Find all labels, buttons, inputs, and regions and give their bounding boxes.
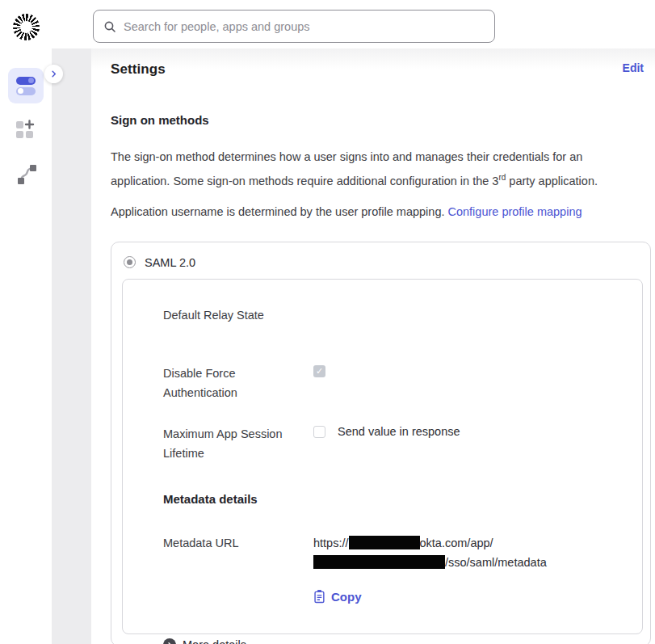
metadata-url-label: Metadata URL bbox=[163, 533, 313, 553]
more-details-label: More details bbox=[183, 638, 246, 644]
signon-section-title: Sign on methods bbox=[111, 113, 644, 127]
saml-details-card: Default Relay State Disable Force Authen… bbox=[122, 279, 643, 634]
chevron-right-circle-icon bbox=[163, 638, 176, 644]
copy-button[interactable]: Copy bbox=[313, 590, 362, 604]
disable-force-auth-checkbox[interactable]: ✓ bbox=[313, 365, 325, 377]
more-details-toggle[interactable]: More details bbox=[163, 638, 623, 644]
clipboard-icon bbox=[313, 590, 325, 604]
saml-radio-label: SAML 2.0 bbox=[145, 256, 195, 269]
edit-button[interactable]: Edit bbox=[623, 61, 644, 74]
signon-description: The sign-on method determines how a user… bbox=[111, 146, 644, 192]
global-search-input[interactable]: Search for people, apps and groups bbox=[93, 10, 495, 43]
sidebar-expand-button[interactable] bbox=[44, 65, 63, 83]
sidebar-item-applications-active[interactable] bbox=[8, 68, 44, 103]
apps-add-icon bbox=[15, 119, 36, 140]
page-background: Settings Edit Sign on methods The sign-o… bbox=[52, 48, 655, 644]
sidebar bbox=[0, 0, 52, 644]
page-title: Settings bbox=[111, 61, 166, 78]
send-value-checkbox[interactable] bbox=[313, 426, 325, 438]
settings-panel: Settings Edit Sign on methods The sign-o… bbox=[91, 48, 655, 644]
configure-profile-mapping-link[interactable]: Configure profile mapping bbox=[447, 205, 582, 218]
sidebar-item-integrations[interactable] bbox=[15, 162, 38, 190]
saml-radio[interactable] bbox=[124, 256, 136, 268]
default-relay-state-label: Default Relay State bbox=[163, 305, 313, 325]
toggles-icon bbox=[16, 77, 36, 95]
send-value-checkbox-label: Send value in response bbox=[338, 424, 460, 440]
disable-force-auth-label: Disable Force Authentication bbox=[163, 364, 313, 402]
metadata-details-heading: Metadata details bbox=[163, 492, 623, 506]
search-placeholder: Search for people, apps and groups bbox=[124, 20, 310, 33]
top-bar: Search for people, apps and groups bbox=[0, 0, 655, 48]
connector-icon bbox=[15, 162, 38, 187]
username-mapping-text: Application username is determined by th… bbox=[111, 205, 644, 218]
metadata-url-value: https://okta.com/app/ /sso/saml/metadata bbox=[313, 533, 547, 572]
sidebar-item-add-apps[interactable] bbox=[15, 119, 36, 143]
max-session-lifetime-label: Maximum App Session Lifetime bbox=[163, 424, 313, 463]
search-icon bbox=[103, 20, 116, 33]
redaction-box bbox=[313, 555, 445, 569]
redaction-box bbox=[349, 536, 420, 549]
chevron-right-icon bbox=[49, 69, 58, 78]
copy-button-label: Copy bbox=[331, 590, 362, 604]
saml-card: SAML 2.0 Default Relay State Disable For… bbox=[111, 242, 651, 644]
okta-logo-icon[interactable] bbox=[13, 14, 40, 40]
